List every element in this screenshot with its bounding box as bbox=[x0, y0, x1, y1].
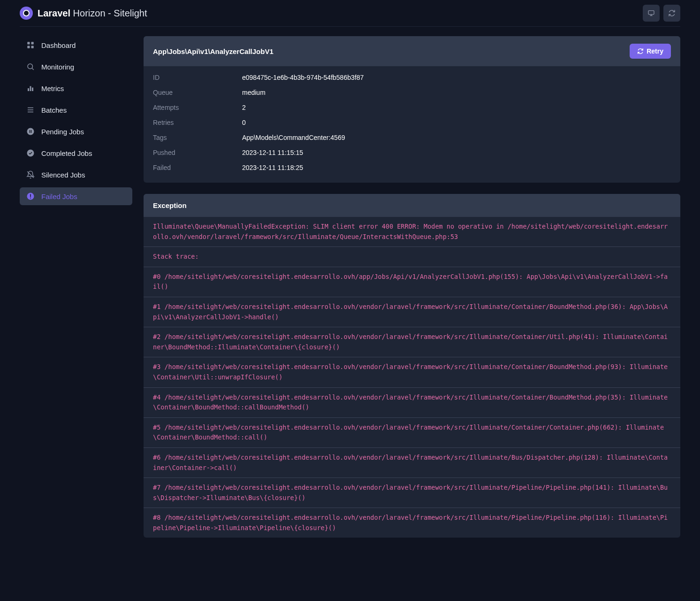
alert-icon bbox=[26, 192, 35, 200]
job-fields: IDe098475c-1e6b-4b3b-974b-54fb586b3f87Qu… bbox=[144, 66, 680, 183]
sidebar-item-label: Metrics bbox=[41, 85, 64, 92]
job-field-value: 2023-12-11 11:15:15 bbox=[242, 149, 303, 156]
sidebar-item-batches[interactable]: Batches bbox=[20, 101, 132, 119]
job-field-value: App\Models\CommandCenter:4569 bbox=[242, 134, 345, 141]
retry-label: Retry bbox=[647, 47, 663, 55]
job-field-row: Retries0 bbox=[153, 115, 671, 130]
svg-point-18 bbox=[27, 150, 34, 157]
job-title: App\Jobs\Api\v1\AnalyzerCallJobV1 bbox=[153, 47, 274, 55]
pause-icon bbox=[26, 127, 35, 136]
sidebar-item-label: Batches bbox=[41, 106, 67, 114]
trace-line: #3 /home/sitelight/web/coresitelight.end… bbox=[144, 357, 680, 387]
sidebar-item-completed[interactable]: Completed Jobs bbox=[20, 144, 132, 162]
trace-line: #8 /home/sitelight/web/coresitelight.end… bbox=[144, 508, 680, 538]
sidebar-item-monitoring[interactable]: Monitoring bbox=[20, 58, 132, 76]
svg-rect-22 bbox=[30, 198, 31, 199]
job-field-value: medium bbox=[242, 89, 266, 96]
job-field-value: 0 bbox=[242, 119, 246, 126]
svg-rect-4 bbox=[31, 42, 34, 44]
sidebar: DashboardMonitoringMetricsBatchesPending… bbox=[20, 36, 132, 209]
search-icon bbox=[26, 62, 35, 71]
sidebar-item-pending[interactable]: Pending Jobs bbox=[20, 123, 132, 140]
job-field-row: TagsApp\Models\CommandCenter:4569 bbox=[153, 130, 671, 145]
monitor-icon bbox=[647, 9, 655, 17]
svg-point-7 bbox=[28, 64, 33, 69]
job-detail-card: App\Jobs\Api\v1\AnalyzerCallJobV1 Retry … bbox=[144, 36, 680, 183]
sidebar-item-label: Silenced Jobs bbox=[41, 171, 85, 179]
exception-header: Exception bbox=[144, 194, 680, 217]
sidebar-item-label: Dashboard bbox=[41, 41, 76, 49]
job-field-value: 2023-12-11 11:18:25 bbox=[242, 164, 303, 171]
desktop-toggle-button[interactable] bbox=[643, 5, 660, 22]
job-field-key: Queue bbox=[153, 89, 242, 96]
top-actions bbox=[643, 5, 680, 22]
trace-line: Illuminate\Queue\ManuallyFailedException… bbox=[144, 217, 680, 247]
bars-icon bbox=[26, 84, 35, 92]
svg-rect-17 bbox=[31, 130, 32, 133]
retry-icon bbox=[637, 48, 644, 54]
job-field-value: 2 bbox=[242, 104, 246, 111]
trace-line: #5 /home/sitelight/web/coresitelight.end… bbox=[144, 418, 680, 448]
job-field-row: Pushed2023-12-11 11:15:15 bbox=[153, 145, 671, 160]
svg-line-8 bbox=[32, 68, 33, 69]
svg-rect-16 bbox=[30, 130, 30, 133]
horizon-logo-icon bbox=[20, 7, 33, 20]
exception-trace: Illuminate\Queue\ManuallyFailedException… bbox=[144, 217, 680, 538]
sidebar-item-label: Failed Jobs bbox=[41, 193, 77, 200]
job-field-row: Failed2023-12-11 11:18:25 bbox=[153, 160, 671, 175]
trace-line: #6 /home/sitelight/web/coresitelight.end… bbox=[144, 448, 680, 478]
job-field-row: IDe098475c-1e6b-4b3b-974b-54fb586b3f87 bbox=[153, 70, 671, 85]
sidebar-item-label: Monitoring bbox=[41, 63, 74, 71]
svg-rect-6 bbox=[31, 46, 34, 48]
job-field-key: ID bbox=[153, 74, 242, 81]
job-field-key: Tags bbox=[153, 134, 242, 141]
job-field-value: e098475c-1e6b-4b3b-974b-54fb586b3f87 bbox=[242, 74, 364, 81]
svg-rect-9 bbox=[28, 88, 29, 91]
retry-button[interactable]: Retry bbox=[630, 44, 671, 59]
sidebar-item-metrics[interactable]: Metrics bbox=[20, 79, 132, 97]
list-icon bbox=[26, 106, 35, 114]
topbar: Laravel Horizon - Sitelight bbox=[20, 0, 680, 27]
trace-line: #2 /home/sitelight/web/coresitelight.end… bbox=[144, 327, 680, 357]
trace-line: #4 /home/sitelight/web/coresitelight.end… bbox=[144, 388, 680, 418]
svg-rect-5 bbox=[27, 46, 30, 48]
refresh-icon bbox=[668, 9, 676, 17]
exception-title: Exception bbox=[153, 201, 187, 209]
brand: Laravel Horizon - Sitelight bbox=[20, 7, 147, 20]
job-field-key: Failed bbox=[153, 164, 242, 171]
svg-rect-3 bbox=[27, 42, 30, 44]
exception-card: Exception Illuminate\Queue\ManuallyFaile… bbox=[144, 194, 680, 538]
sidebar-item-silenced[interactable]: Silenced Jobs bbox=[20, 166, 132, 184]
sidebar-item-label: Pending Jobs bbox=[41, 128, 84, 136]
trace-line: #0 /home/sitelight/web/coresitelight.end… bbox=[144, 267, 680, 297]
svg-rect-10 bbox=[30, 86, 31, 92]
main-content: App\Jobs\Api\v1\AnalyzerCallJobV1 Retry … bbox=[144, 36, 680, 549]
svg-rect-21 bbox=[30, 194, 31, 197]
job-field-key: Attempts bbox=[153, 104, 242, 111]
job-field-key: Pushed bbox=[153, 149, 242, 156]
job-field-key: Retries bbox=[153, 119, 242, 126]
svg-rect-0 bbox=[648, 11, 654, 15]
refresh-button[interactable] bbox=[663, 5, 680, 22]
job-detail-header: App\Jobs\Api\v1\AnalyzerCallJobV1 Retry bbox=[144, 36, 680, 66]
bell-off-icon bbox=[26, 170, 35, 179]
sidebar-item-label: Completed Jobs bbox=[41, 149, 92, 157]
trace-line: #7 /home/sitelight/web/coresitelight.end… bbox=[144, 478, 680, 508]
job-field-row: Attempts2 bbox=[153, 100, 671, 115]
trace-line: Stack trace: bbox=[144, 247, 680, 267]
svg-rect-11 bbox=[32, 88, 33, 92]
job-field-row: Queuemedium bbox=[153, 85, 671, 100]
trace-line: #1 /home/sitelight/web/coresitelight.end… bbox=[144, 297, 680, 327]
sidebar-item-failed[interactable]: Failed Jobs bbox=[20, 187, 132, 205]
check-icon bbox=[26, 149, 35, 157]
brand-title: Laravel Horizon - Sitelight bbox=[38, 8, 147, 19]
grid-icon bbox=[26, 41, 35, 49]
svg-point-15 bbox=[27, 128, 34, 135]
sidebar-item-dashboard[interactable]: Dashboard bbox=[20, 36, 132, 54]
